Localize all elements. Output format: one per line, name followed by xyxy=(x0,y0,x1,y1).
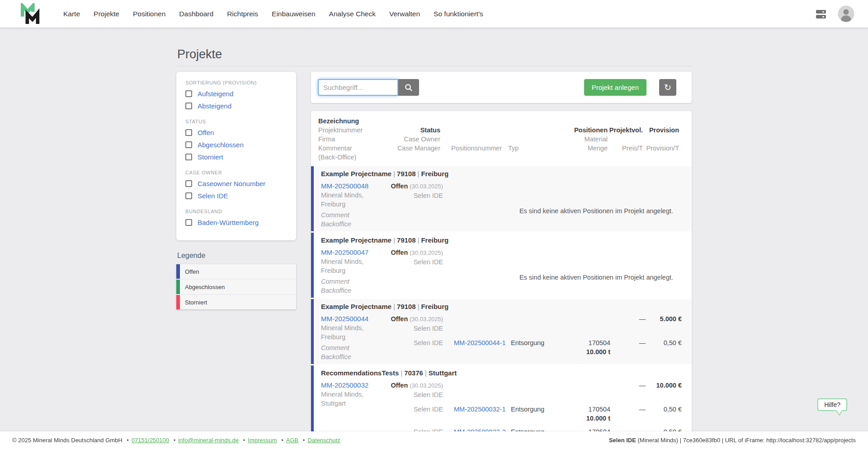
search-input[interactable] xyxy=(318,79,398,96)
checkbox-baden-wuerttemberg[interactable] xyxy=(185,219,192,226)
empty-positions-message: Es sind keine aktiven Positionen im Proj… xyxy=(511,274,682,281)
checkbox-aufsteigend[interactable] xyxy=(185,90,192,97)
filter-option-label: Abgeschlossen xyxy=(198,141,244,149)
filter-option-caseowner-nonumber[interactable]: Caseowner Nonumber xyxy=(185,178,287,190)
filter-option-baden-wuerttemberg[interactable]: Baden-Württemberg xyxy=(185,216,287,229)
filter-option-label: Absteigend xyxy=(198,102,231,110)
filter-section-label: STATUS xyxy=(185,119,287,124)
search-icon xyxy=(405,84,413,92)
mineral-minds-logo-icon[interactable] xyxy=(20,3,41,25)
project-id-link[interactable]: MM-202500048 xyxy=(321,182,368,190)
nav-item-projekte[interactable]: Projekte xyxy=(94,10,119,18)
project-id-link[interactable]: MM-202500047 xyxy=(321,248,368,256)
filter-option-absteigend[interactable]: Absteigend xyxy=(185,100,287,112)
checkbox-abgeschlossen[interactable] xyxy=(185,141,192,148)
project-case-owner: Selen IDE xyxy=(384,257,443,267)
filter-option-label: Offen xyxy=(198,129,214,136)
position-provision: 0,50 € xyxy=(646,405,682,414)
search-button[interactable] xyxy=(398,79,419,96)
project-status: Offen (30.03.2025) Selen IDE xyxy=(384,248,443,267)
create-project-button[interactable]: Projekt anlegen xyxy=(584,79,646,96)
user-avatar-icon[interactable] xyxy=(838,5,854,22)
project-title: Example Projectname|79108|Freiburg xyxy=(321,234,682,248)
project-total-projektvol: — xyxy=(610,381,646,399)
header-col-projektvol: Projektvol. Preis/T xyxy=(608,117,643,162)
project-row-mm-202500048[interactable]: Example Projectname|79108|Freiburg MM-20… xyxy=(311,166,692,231)
checkbox-offen[interactable] xyxy=(185,129,192,136)
position-number-link[interactable]: MM-202500044-1 xyxy=(443,338,511,347)
footer-link-agb[interactable]: AGB xyxy=(286,437,298,444)
project-total-projektvol: — xyxy=(610,314,646,333)
position-menge: 10.000 t xyxy=(563,414,610,423)
footer-link-email[interactable]: info@mineral-minds.de xyxy=(178,437,239,444)
header-col-positionsnummer: Positionsnummer xyxy=(440,117,508,162)
filter-option-aufsteigend[interactable]: Aufsteigend xyxy=(185,88,287,100)
position-row: Selen IDE MM-202500032-1 Entsorgung 1705… xyxy=(384,405,682,423)
project-id-link[interactable]: MM-202500032 xyxy=(321,381,368,389)
filter-option-selen-ide[interactable]: Selen IDE xyxy=(185,190,287,202)
project-comment: Comment xyxy=(321,343,384,352)
filter-section-label: SORTIERUNG (PROVISION) xyxy=(185,80,287,85)
nav-item-dashboard[interactable]: Dashboard xyxy=(179,10,213,18)
nav-item-richtpreis[interactable]: Richtpreis xyxy=(227,10,258,18)
legend-color-bar-offen xyxy=(176,264,180,279)
title-divider xyxy=(176,66,692,66)
server-sessions-icon[interactable] xyxy=(815,8,827,20)
filter-option-offen[interactable]: Offen xyxy=(185,126,287,139)
position-preis: — xyxy=(610,405,646,414)
position-material-menge: 170504 10.000 t xyxy=(563,338,610,356)
footer: © 2025 Mineral Minds Deutschland GmbH •0… xyxy=(0,431,868,449)
help-button[interactable]: Hilfe? xyxy=(817,398,847,411)
footer-link-datenschutz[interactable]: Datenschutz xyxy=(307,437,340,444)
nav-item-analyse-check[interactable]: Analyse Check xyxy=(329,10,376,18)
project-row-mm-202500044[interactable]: Example Projectname|79108|Freiburg MM-20… xyxy=(311,299,692,364)
nav-item-positionen[interactable]: Positionen xyxy=(133,10,165,18)
checkbox-storniert[interactable] xyxy=(185,154,192,160)
project-title: Example Projectname|79108|Freiburg xyxy=(321,300,682,314)
project-case-owner: Selen IDE xyxy=(384,191,443,200)
filter-option-label: Storniert xyxy=(198,153,223,161)
project-total-provision xyxy=(646,248,682,267)
footer-link-phone[interactable]: 07151/250100 xyxy=(132,437,169,444)
project-backoffice: Backoffice xyxy=(321,352,384,361)
legend-label: Storniert xyxy=(185,299,207,306)
position-typ: Entsorgung xyxy=(511,338,563,347)
project-company-city: Stuttgart xyxy=(321,399,384,408)
legend-item-storniert: Storniert xyxy=(176,295,296,309)
checkbox-selen-ide[interactable] xyxy=(185,192,192,199)
nav-item-einbauweisen[interactable]: Einbauweisen xyxy=(272,10,316,18)
position-provision: 0,50 € xyxy=(646,338,682,347)
filter-option-storniert[interactable]: Storniert xyxy=(185,151,287,163)
project-status: Offen (30.03.2025) Selen IDE xyxy=(384,314,443,333)
nav-item-so-funktionierts[interactable]: So funktioniert's xyxy=(434,10,483,18)
empty-positions-message: Es sind keine aktiven Positionen im Proj… xyxy=(511,207,682,215)
refresh-button[interactable]: ↻ xyxy=(659,79,676,96)
project-status: Offen (30.03.2025) Selen IDE xyxy=(384,381,443,399)
project-company-city: Freiburg xyxy=(321,266,384,275)
position-number-link[interactable]: MM-202500032-1 xyxy=(443,405,511,414)
table-header: Bezeichnung Projektnummer Firma Kommenta… xyxy=(311,111,692,166)
top-navigation: Karte Projekte Positionen Dashboard Rich… xyxy=(0,0,868,28)
filter-section-bundesland: BUNDESLAND Baden-Württemberg xyxy=(185,209,287,229)
nav-item-karte[interactable]: Karte xyxy=(63,10,80,18)
checkbox-absteigend[interactable] xyxy=(185,103,192,109)
filter-section-status: STATUS Offen Abgeschlossen Storniert xyxy=(185,119,287,163)
project-company: Mineral Minds, xyxy=(321,390,384,399)
filter-option-abgeschlossen[interactable]: Abgeschlossen xyxy=(185,139,287,151)
position-material: 170504 xyxy=(563,405,610,414)
project-total-provision: 5.000 € xyxy=(646,314,682,333)
page-title: Projekte xyxy=(177,47,692,61)
project-status: Offen (30.03.2025) Selen IDE xyxy=(384,182,443,200)
footer-link-impressum[interactable]: Impressum xyxy=(248,437,277,444)
project-row-mm-202500047[interactable]: Example Projectname|79108|Freiburg MM-20… xyxy=(311,233,692,298)
nav-item-verwalten[interactable]: Verwalten xyxy=(389,10,420,18)
filter-option-label: Aufsteigend xyxy=(198,90,233,98)
checkbox-caseowner-nonumber[interactable] xyxy=(185,180,192,187)
footer-session-info: Selen IDE (Mineral Minds) | 7ce360e83fb0… xyxy=(609,437,856,444)
position-material: 170504 xyxy=(563,338,610,347)
header-col-positionen: Positionen Material Menge xyxy=(560,117,608,162)
filter-option-label: Baden-Württemberg xyxy=(198,219,259,226)
position-material-menge: 170504 10.000 t xyxy=(563,405,610,423)
project-id-link[interactable]: MM-202500044 xyxy=(321,315,368,323)
position-case-manager: Selen IDE xyxy=(384,405,443,414)
